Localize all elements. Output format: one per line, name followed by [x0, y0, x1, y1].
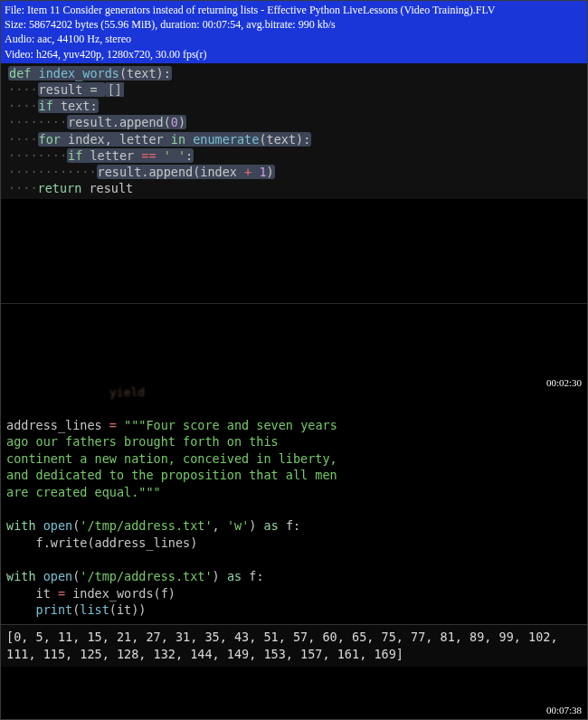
cursor-dot: · — [5, 568, 12, 585]
code-line: and dedicated to the proposition that al… — [6, 467, 582, 484]
code-line: address_lines = """Four score and seven … — [6, 417, 582, 434]
yield-hint: yield — [1, 385, 587, 399]
code-line: ············result.append(index + 1) — [8, 164, 580, 180]
code-line: are created equal.""" — [6, 484, 582, 501]
output-result: [0, 5, 11, 15, 21, 27, 31, 35, 43, 51, 5… — [1, 624, 587, 667]
code-line: with open('/tmp/address.txt') as f: — [6, 568, 582, 585]
code-line: f.write(address_lines) — [6, 535, 582, 552]
file-info-header: File: Item 11 Consider generators instea… — [1, 1, 587, 63]
timestamp-lower: 00:07:38 — [546, 705, 582, 715]
header-line-size: Size: 58674202 bytes (55.96 MiB), durati… — [5, 17, 583, 32]
code-line: ····if text: — [8, 98, 580, 114]
code-line: ····for index, letter in enumerate(text)… — [8, 131, 580, 147]
code-line: def index_words(text): — [8, 65, 580, 81]
code-line: continent a new nation, conceived in lib… — [6, 450, 582, 468]
header-line-file: File: Item 11 Consider generators instea… — [5, 3, 583, 17]
code-line: ····return result — [8, 180, 580, 196]
code-line: ········if letter == ' ': — [8, 147, 580, 164]
code-editor-top: def index_words(text): ····result = [] ·… — [1, 63, 587, 199]
code-line: ········result.append(0) — [8, 114, 580, 130]
spacer — [1, 304, 587, 385]
code-line: it = index_words(f) — [6, 585, 582, 602]
header-line-audio: Audio: aac, 44100 Hz, stereo — [5, 32, 583, 46]
code-line: print(list(it)) — [6, 602, 582, 619]
code-line: with open('/tmp/address.txt', 'w') as f: — [6, 517, 582, 535]
code-line: ····result = [] — [8, 81, 580, 98]
code-line: ago our fathers brought forth on this — [6, 433, 582, 450]
header-line-video: Video: h264, yuv420p, 1280x720, 30.00 fp… — [5, 47, 583, 62]
code-line — [6, 552, 582, 569]
code-editor-bottom: address_lines = """Four score and seven … — [1, 399, 587, 625]
code-line — [6, 501, 582, 518]
spacer — [1, 199, 587, 303]
